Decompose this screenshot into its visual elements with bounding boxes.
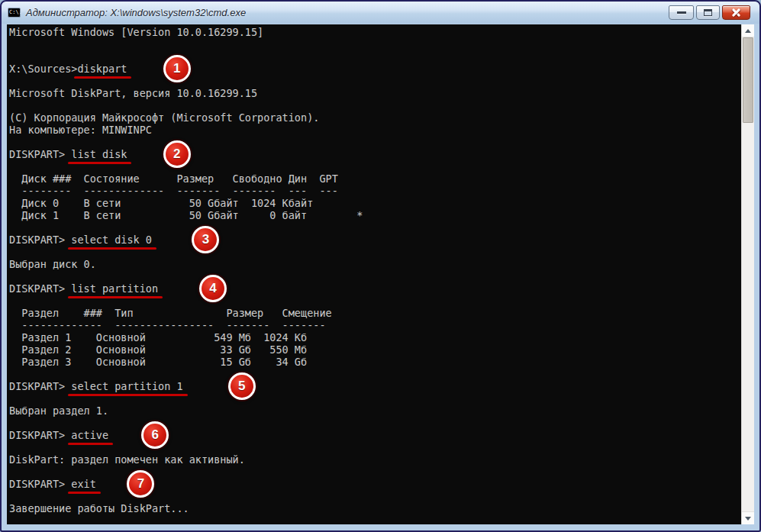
console-line: DISKPART> exit7 <box>9 478 741 490</box>
console-line <box>9 50 741 63</box>
command-text: select disk 0 <box>71 234 152 246</box>
step-badge-1: 1 <box>163 55 191 82</box>
console-line: Microsoft Windows [Version 10.0.16299.15… <box>9 26 741 38</box>
prompt-text: X:\Sources> <box>9 63 77 75</box>
maximize-button[interactable] <box>696 5 720 20</box>
console-line: DISKPART> list disk2 <box>9 148 741 160</box>
chevron-up-icon <box>745 29 751 33</box>
scroll-down-button[interactable] <box>742 511 754 524</box>
console-line: Выбран диск 0. <box>9 258 741 270</box>
console-line: Диск 0 В сети 50 Gбайт 1024 Кбайт <box>9 197 741 209</box>
prompt-text: DISKPART> <box>9 148 71 160</box>
command-text: exit <box>71 478 96 490</box>
console-line <box>9 221 741 234</box>
console-line: DISKPART> select partition 15 <box>9 380 741 392</box>
terminal-output[interactable]: Microsoft Windows [Version 10.0.16299.15… <box>7 24 741 524</box>
command-text: diskpart <box>77 63 127 75</box>
cmd-icon: C:\. <box>8 8 21 18</box>
console-line: (C) Корпорация Майкрософт (Microsoft Cor… <box>9 111 741 124</box>
console-line: Раздел ### Тип Размер Смещение <box>9 307 741 319</box>
console-line <box>9 392 741 405</box>
scrollbar-thumb[interactable] <box>743 37 753 123</box>
title-bar[interactable]: C:\. Администратор: X:\windows\system32\… <box>2 2 759 24</box>
command-text: active <box>71 429 108 441</box>
console-line: Диск 1 В сети 50 Gбайт 0 байт * <box>9 209 741 221</box>
minimize-icon <box>677 11 686 14</box>
console-line: -------- ------------- ------- ------- -… <box>9 185 741 197</box>
console-line <box>9 160 741 172</box>
prompt-text: DISKPART> <box>9 234 71 246</box>
console-line: ------------- ---------------- ------- -… <box>9 319 741 331</box>
console-line <box>9 99 741 111</box>
console-line <box>9 270 741 282</box>
console-body: Microsoft Windows [Version 10.0.16299.15… <box>7 24 754 524</box>
console-line: Выбран раздел 1. <box>9 405 741 417</box>
cmd-window: C:\. Администратор: X:\windows\system32\… <box>0 0 761 532</box>
console-line: X:\Sources>diskpart1 <box>9 63 741 75</box>
console-line: DISKPART> select disk 03 <box>9 234 741 246</box>
console-line <box>9 75 741 87</box>
window-title: Администратор: X:\windows\system32\cmd.e… <box>26 7 246 18</box>
console-line <box>9 136 741 148</box>
console-line: Раздел 1 Основной 549 Mб 1024 Kб <box>9 331 741 343</box>
prompt-text: DISKPART> <box>9 429 71 441</box>
console-line <box>9 38 741 50</box>
prompt-text: DISKPART> <box>9 282 71 295</box>
step-badge-5: 5 <box>228 372 256 400</box>
command-text: list disk <box>71 148 127 160</box>
maximize-icon <box>704 9 712 16</box>
minimize-button[interactable] <box>669 5 694 20</box>
console-line: Раздел 3 Основной 15 Gб 34 Gб <box>9 356 741 368</box>
console-line <box>9 246 741 258</box>
command-text: select partition 1 <box>71 380 182 392</box>
command-text: list partition <box>71 282 158 295</box>
step-badge-4: 4 <box>199 275 227 302</box>
console-line <box>9 368 741 380</box>
window-controls <box>669 5 750 20</box>
console-line: DISKPART> list partition4 <box>9 282 741 295</box>
prompt-text: DISKPART> <box>9 478 71 490</box>
console-line: На компьютере: MINWINPC <box>9 124 741 136</box>
console-line: DiskPart: раздел помечен как активный. <box>9 453 741 466</box>
console-line: Завершение работы DiskPart... <box>9 502 741 514</box>
scrollbar-track[interactable] <box>742 37 754 511</box>
console-line <box>9 295 741 307</box>
close-button[interactable] <box>722 5 750 20</box>
console-line <box>9 441 741 453</box>
console-line <box>9 490 741 502</box>
vertical-scrollbar <box>741 24 754 524</box>
step-badge-6: 6 <box>141 421 169 449</box>
console-line: Диск ### Состояние Размер Свободно Дин G… <box>9 172 741 185</box>
console-line: Раздел 2 Основной 33 Gб 550 Mб <box>9 343 741 356</box>
close-icon <box>732 8 740 17</box>
prompt-text: DISKPART> <box>9 380 71 392</box>
console-line <box>9 466 741 478</box>
step-badge-2: 2 <box>163 140 191 168</box>
console-line: Microsoft DiskPart, версия 10.0.16299.15 <box>9 87 741 99</box>
console-line <box>9 417 741 429</box>
console-line: DISKPART> active6 <box>9 429 741 441</box>
chevron-down-icon <box>745 517 751 521</box>
scroll-up-button[interactable] <box>742 24 754 37</box>
